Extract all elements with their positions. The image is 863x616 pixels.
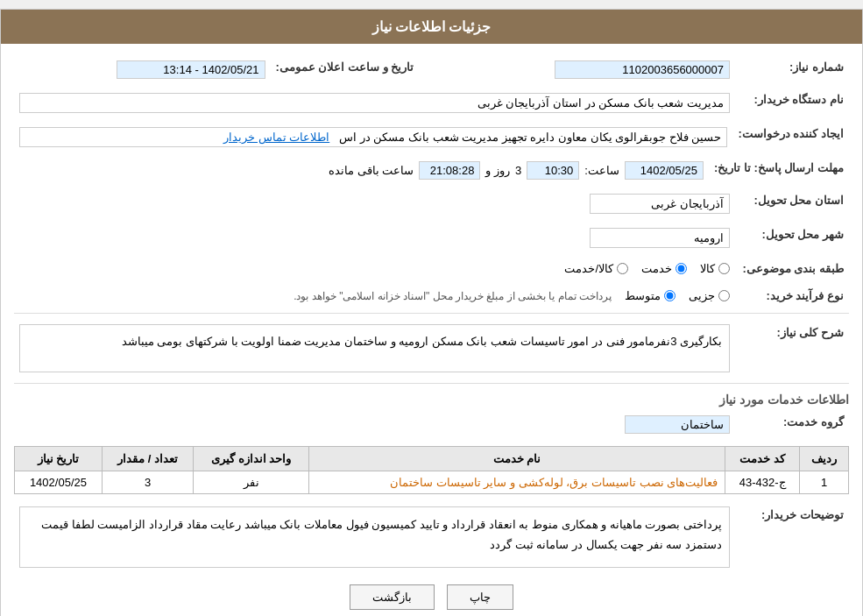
time-label: ساعت:: [584, 164, 619, 177]
info-table-province: استان محل تحویل: آذربایجان غربی: [14, 190, 849, 217]
cell-row: 1: [800, 471, 849, 494]
province-label: استان محل تحویل:: [735, 190, 849, 217]
back-button[interactable]: بازگشت: [350, 584, 435, 610]
info-table-date: مهلت ارسال پاسخ: تا تاریخ: 1402/05/25 سا…: [14, 158, 849, 183]
purchase-radio-jozi[interactable]: [718, 290, 730, 301]
requester-value: مدیریت شعب بانک مسکن در استان آذربایجان …: [19, 93, 730, 113]
info-table-top: شماره نیاز: 1102003656000007 تاریخ و ساع…: [14, 57, 849, 82]
remaining-label: ساعت باقی مانده: [329, 164, 414, 177]
subject-radio-kala[interactable]: [718, 263, 730, 274]
days-label: روز و: [485, 164, 510, 177]
info-table-buyer-desc: توضیحات خریدار: پرداختی بصورت ماهیانه و …: [14, 503, 849, 571]
col-header-row: ردیف: [800, 447, 849, 471]
buyer-desc-label: توضیحات خریدار:: [735, 503, 849, 571]
announce-value: 1402/05/21 - 13:14: [117, 60, 265, 79]
cell-name: فعالیت‌های نصب تاسیسات برق، لوله‌کشی و س…: [308, 471, 725, 494]
subject-radio-group: کالا خدمت کالا/خدمت: [19, 262, 730, 275]
subject-option-khedmat[interactable]: خدمت: [641, 262, 687, 275]
info-table-creator: ایجاد کننده درخواست: حسین فلاح جوبقرالوی…: [14, 124, 849, 151]
col-header-date: تاریخ نیاز: [15, 447, 103, 471]
services-info-title: اطلاعات خدمات مورد نیاز: [14, 393, 849, 407]
col-header-name: نام خدمت: [308, 447, 725, 471]
purchase-type-note: پرداخت تمام یا بخشی از مبلغ خریدار محل "…: [294, 290, 612, 302]
creator-value: حسین فلاح جوبقرالوی یکان معاون دایره تجه…: [19, 127, 727, 147]
creator-text: حسین فلاح جوبقرالوی یکان معاون دایره تجه…: [339, 131, 721, 144]
purchase-jozi-label: جزیی: [689, 289, 715, 302]
cell-unit: نفر: [194, 471, 309, 494]
info-table-city: شهر محل تحویل: ارومیه: [14, 224, 849, 251]
city-value: ارومیه: [590, 228, 730, 248]
cell-qty: 3: [102, 471, 193, 494]
table-row: 1 ج-432-43 فعالیت‌های نصب تاسیسات برق، ل…: [15, 471, 849, 494]
purchase-radio-group: جزیی متوسط پرداخت تمام یا بخشی از مبلغ خ…: [19, 289, 730, 302]
info-table-subject: طبقه بندی موضوعی: کالا خدمت: [14, 258, 849, 279]
requester-label: نام دستگاه خریدار:: [735, 89, 849, 117]
subject-label: طبقه بندی موضوعی:: [735, 258, 849, 279]
info-table-requester: نام دستگاه خریدار: مدیریت شعب بانک مسکن …: [14, 89, 849, 117]
divider-2: [14, 383, 849, 384]
purchase-motavasset-label: متوسط: [625, 289, 661, 302]
purchase-type-label: نوع فرآیند خرید:: [735, 286, 849, 306]
info-table-desc: شرح کلی نیاز: بکارگیری 3نفرمامور فنی در …: [14, 321, 849, 376]
main-content: شماره نیاز: 1102003656000007 تاریخ و ساع…: [1, 44, 862, 616]
subject-kala-khedmat-label: کالا/خدمت: [564, 262, 613, 275]
creator-label: ایجاد کننده درخواست:: [732, 124, 849, 151]
purchase-option-motavasset[interactable]: متوسط: [625, 289, 676, 302]
info-table-purchase: نوع فرآیند خرید: جزیی متوسط پرداخت تمام …: [14, 286, 849, 306]
purchase-option-jozi[interactable]: جزیی: [689, 289, 730, 302]
buyer-desc-value: پرداختی بصورت ماهیانه و همکاری منوط به ا…: [19, 506, 730, 568]
need-number-label: شماره نیاز:: [735, 57, 849, 82]
page-title: جزئیات اطلاعات نیاز: [372, 19, 492, 34]
page-header: جزئیات اطلاعات نیاز: [1, 10, 862, 44]
service-group-value: ساختمان: [625, 415, 730, 434]
remaining-value: 21:08:28: [419, 161, 480, 180]
need-number-value: 1102003656000007: [555, 60, 730, 79]
services-table: ردیف کد خدمت نام خدمت واحد اندازه گیری ت…: [14, 446, 849, 494]
divider-1: [14, 313, 849, 314]
service-group-label: گروه خدمت:: [735, 412, 849, 437]
time-value: 10:30: [527, 161, 579, 180]
days-value: 3: [515, 164, 521, 177]
province-value: آذربایجان غربی: [590, 194, 730, 214]
date-row: 1402/05/25 ساعت: 10:30 3 روز و 21:08:28 …: [19, 161, 704, 180]
page-wrapper: جزئیات اطلاعات نیاز شماره نیاز: 11020036…: [0, 9, 863, 616]
creator-link[interactable]: اطلاعات تماس خریدار: [223, 131, 329, 144]
date-value: 1402/05/25: [625, 161, 704, 180]
purchase-radio-motavasset[interactable]: [664, 290, 676, 301]
subject-kala-label: کالا: [700, 262, 715, 275]
subject-radio-kala-khedmat[interactable]: [617, 263, 628, 274]
col-header-code: کد خدمت: [725, 447, 800, 471]
need-desc-value: بکارگیری 3نفرمامور فنی در امور تاسیسات ش…: [19, 324, 730, 372]
cell-code: ج-432-43: [725, 471, 800, 494]
print-button[interactable]: چاپ: [447, 584, 513, 610]
announce-label: تاریخ و ساعت اعلان عمومی:: [271, 57, 420, 82]
subject-option-kala-khedmat[interactable]: کالا/خدمت: [564, 262, 628, 275]
subject-khedmat-label: خدمت: [641, 262, 672, 275]
send-date-label: مهلت ارسال پاسخ: تا تاریخ:: [709, 158, 849, 183]
need-desc-label: شرح کلی نیاز:: [735, 321, 849, 376]
bottom-buttons: چاپ بازگشت: [14, 584, 849, 610]
col-header-unit: واحد اندازه گیری: [194, 447, 309, 471]
col-header-qty: تعداد / مقدار: [102, 447, 193, 471]
info-table-service-group: گروه خدمت: ساختمان: [14, 412, 849, 437]
subject-option-kala[interactable]: کالا: [700, 262, 730, 275]
cell-date: 1402/05/25: [15, 471, 103, 494]
subject-radio-khedmat[interactable]: [676, 263, 687, 274]
city-label: شهر محل تحویل:: [735, 224, 849, 251]
